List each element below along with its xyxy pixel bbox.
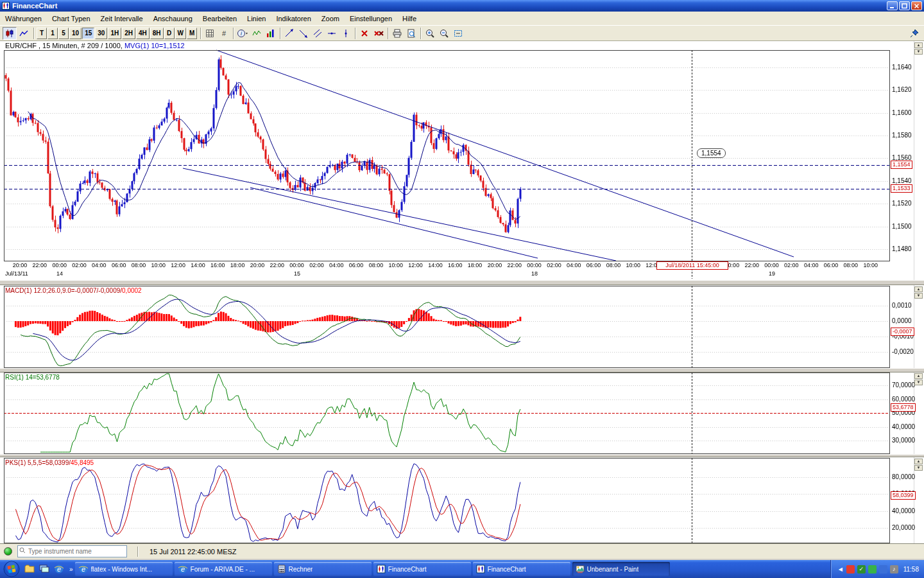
ie-icon: e [54, 564, 64, 574]
taskbar-task-2[interactable]: Rechner [274, 562, 372, 576]
minimize-button[interactable] [887, 1, 898, 10]
time-axis-label: 10:00 [860, 262, 882, 268]
time-axis-label: 04:00 [800, 262, 822, 268]
timeframe-m-button[interactable]: M [187, 28, 197, 39]
horizontal-line-button[interactable] [325, 27, 339, 40]
panel-scroll-down-button[interactable]: ▼ [914, 380, 923, 385]
timeframe-d-button[interactable]: D [164, 28, 175, 39]
menu-w-hrungen[interactable]: Währungen [0, 12, 47, 25]
tray-alert-icon[interactable] [846, 565, 855, 574]
time-axis-label: 12:00 [405, 262, 427, 268]
taskbar-task-4[interactable]: FinanceChart [473, 562, 570, 576]
toolbar-separator [420, 28, 421, 39]
panel-scroll-up-button[interactable]: ▲ [914, 459, 923, 464]
task-label: FinanceChart [488, 566, 526, 573]
menu-zeit-intervalle[interactable]: Zeit Intervalle [96, 12, 148, 25]
menu-anschauung[interactable]: Anschauung [148, 12, 198, 25]
timeframe-15-button[interactable]: 15 [82, 28, 94, 39]
close-button[interactable] [911, 1, 922, 10]
time-axis-label: 18:00 [464, 262, 486, 268]
trend-down-button[interactable] [296, 27, 311, 40]
title-bar[interactable]: FinanceChart [0, 0, 924, 12]
candlestick-chart-button[interactable] [3, 27, 17, 40]
panel-scroll-up-button[interactable]: ▲ [914, 42, 923, 48]
volume-histogram-button[interactable] [264, 27, 278, 40]
zoom-region-button[interactable] [451, 27, 465, 40]
window-controls [887, 1, 922, 10]
timeframe-8h-button[interactable]: 8H [150, 28, 164, 39]
time-axis-label: 10:00 [622, 262, 644, 268]
panel-scroll-down-button[interactable]: ▼ [914, 465, 923, 471]
taskbar-task-3[interactable]: FinanceChart [373, 562, 471, 576]
taskbar-task-5[interactable]: Unbenannt - Paint [572, 562, 670, 576]
panel-scroll-up-button[interactable]: ▲ [914, 286, 923, 292]
rsi-panel-label: RSI(1) 14=53,6778 [5, 374, 60, 381]
tray-display-icon[interactable] [879, 565, 887, 574]
macd-axis-tick-label: 0,0010 [892, 302, 912, 309]
menu-hilfe[interactable]: Hilfe [397, 12, 422, 25]
grid-toggle-button[interactable] [203, 27, 217, 40]
menu-bearbeiten[interactable]: Bearbeiten [198, 12, 242, 25]
tray-shield-icon[interactable]: ✓ [857, 565, 866, 574]
taskbar-task-0[interactable]: eflatex - Windows Int... [75, 562, 173, 576]
timeframe-2h-button[interactable]: 2H [122, 28, 135, 39]
panel-scroll-down-button[interactable]: ▼ [914, 293, 923, 299]
pin-icon [910, 29, 919, 38]
menu-zoom[interactable]: Zoom [316, 12, 345, 25]
tray-messenger-icon[interactable] [868, 565, 877, 574]
tray-volume-icon[interactable]: ♪ [890, 565, 898, 574]
timeframe-5-button[interactable]: 5 [58, 28, 69, 39]
zoom-region-icon [454, 29, 463, 38]
delete-all-lines-button[interactable] [372, 27, 386, 40]
time-axis-label: 06:00 [583, 262, 604, 268]
price-axis-tick-label: 1,1540 [892, 177, 912, 184]
quick-launch-show-desktop[interactable] [38, 563, 51, 575]
hash-button[interactable]: # [217, 27, 231, 40]
timeframe-1-button[interactable]: 1 [47, 28, 58, 39]
zoom-in-button[interactable] [423, 27, 437, 40]
panel-scroll-down-button[interactable]: ▼ [914, 49, 923, 55]
statusbar-separator [137, 547, 138, 557]
delete-xx-icon [373, 29, 384, 38]
trend-up-button[interactable] [282, 27, 296, 40]
pks-d-value: 45,8495 [71, 459, 94, 466]
menu-linien[interactable]: Linien [242, 12, 271, 25]
timeframe-1h-button[interactable]: 1H [108, 28, 121, 39]
price-axis-tick-label: 1,1640 [892, 64, 912, 71]
start-button[interactable] [3, 561, 20, 577]
instrument-search-input[interactable] [17, 545, 127, 557]
timeframe-w-button[interactable]: W [175, 28, 186, 39]
printer-icon [393, 29, 402, 38]
taskbar-task-1[interactable]: eForum - ARIVA.DE - ... [175, 562, 272, 576]
zoom-in-icon [425, 29, 434, 38]
toolbar-separator [388, 28, 388, 39]
vertical-line-button[interactable] [339, 27, 353, 40]
panel-scroll-up-button[interactable]: ▲ [914, 373, 923, 379]
date-axis-label: 18 [531, 270, 538, 277]
pin-panel-button[interactable] [907, 27, 921, 40]
maximize-button[interactable] [899, 1, 910, 10]
info-button[interactable]: i [235, 27, 250, 40]
menu-chart-typen[interactable]: Chart Typen [47, 12, 96, 25]
task-label: Forum - ARIVA.DE - ... [191, 566, 255, 573]
indicator-button[interactable] [250, 27, 264, 40]
chart-type-buttons [3, 27, 31, 40]
menu-indikatoren[interactable]: Indikatoren [271, 12, 316, 25]
timeframe-30-button[interactable]: 30 [95, 28, 107, 39]
quick-launch-internet-explorer[interactable]: e [53, 563, 65, 575]
price-axis-tick-label: 1,1500 [892, 223, 912, 230]
menu-einstellungen[interactable]: Einstellungen [345, 12, 397, 25]
print-preview-button[interactable] [404, 27, 418, 40]
trend-channel-button[interactable] [311, 27, 325, 40]
hidden-icons-chevron[interactable]: ◀ [837, 565, 844, 574]
timeframe-4h-button[interactable]: 4H [136, 28, 150, 39]
zoom-out-button[interactable] [437, 27, 451, 40]
delete-line-button[interactable] [357, 27, 372, 40]
quick-launch-overflow-chevron[interactable]: » [67, 566, 75, 573]
timeframe-t-button[interactable]: T [37, 28, 47, 39]
quick-launch-folder[interactable] [23, 563, 36, 575]
timeframe-10-button[interactable]: 10 [69, 28, 81, 39]
chart-region: EUR/CHF , 15 Minuten, # 209 / 1000, MVG(… [0, 41, 924, 543]
print-button[interactable] [390, 27, 404, 40]
line-chart-button[interactable] [17, 27, 31, 40]
